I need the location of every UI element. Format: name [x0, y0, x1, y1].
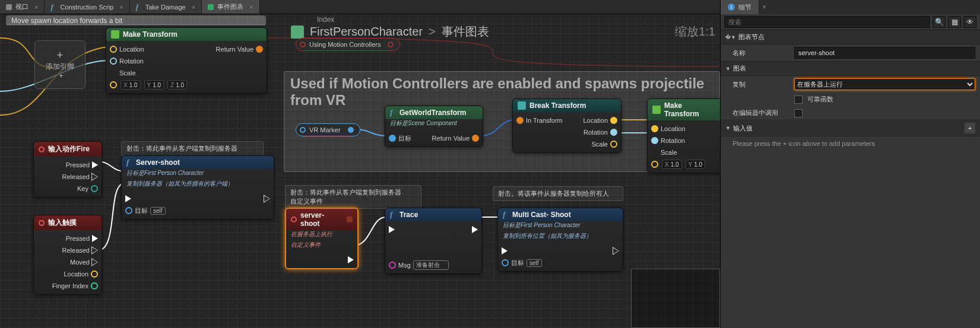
node-header[interactable]: fServer-shoot: [122, 156, 274, 169]
pin-in[interactable]: [300, 127, 306, 133]
node-input-touch[interactable]: 输入触摸 Pressed Released Moved Location Fin…: [33, 215, 102, 295]
pin-intransform[interactable]: [516, 117, 524, 124]
pin-msg[interactable]: [389, 262, 396, 269]
details-tab[interactable]: i 细节: [721, 0, 759, 14]
graph-canvas[interactable]: Index FirstPersonCharacter > 事件图表 缩放1:1 …: [0, 14, 720, 328]
node-server-shoot-call[interactable]: fServer-shoot 目标是First Person Character …: [121, 155, 274, 219]
replication-select[interactable]: 在服务器上运行: [794, 78, 975, 90]
pin-scale[interactable]: [651, 161, 658, 168]
pin-finger-index[interactable]: [91, 282, 98, 289]
node-make-transform[interactable]: Make Transform Location Return Value Rot…: [106, 27, 267, 94]
pin-moved[interactable]: [92, 259, 98, 266]
pin-out[interactable]: [348, 127, 354, 133]
scale-x-input[interactable]: X1.0: [120, 80, 141, 90]
scale-y-input[interactable]: Y1.0: [686, 160, 706, 169]
node-server-shoot-event[interactable]: server-shoot 在服务器上执行 自定义事件: [285, 208, 359, 269]
pin-out[interactable]: [388, 42, 394, 47]
grid-view-button[interactable]: ▦: [948, 16, 961, 28]
pin-pressed[interactable]: [92, 235, 98, 242]
pin-exec-out[interactable]: [264, 195, 270, 202]
tab-viewport[interactable]: 视口×: [0, 0, 45, 14]
node-multicast-shoot[interactable]: fMulti Cast- Shoot 目标是First Person Chara…: [497, 208, 623, 272]
variable-using-motion-controllers[interactable]: Using Motion Controllers: [296, 38, 400, 51]
minimap[interactable]: [631, 269, 720, 328]
tab-eventgraph[interactable]: 事件图表×: [202, 0, 259, 14]
pin-rotation-out[interactable]: [610, 129, 617, 136]
comment-box[interactable]: Move spawn location forwards a bit: [6, 15, 266, 25]
close-icon[interactable]: ×: [34, 4, 38, 11]
category-graph-node[interactable]: �▼图表节点: [721, 30, 980, 44]
close-icon[interactable]: ×: [192, 4, 195, 11]
msg-input[interactable]: 准备射击: [413, 260, 449, 270]
node-get-world-transform[interactable]: fGetWorldTransform 目标是Scene Component 目标…: [385, 106, 483, 147]
pin-label: Rotation: [119, 58, 144, 65]
pin-rotation[interactable]: [651, 137, 658, 144]
search-button[interactable]: 🔍: [933, 16, 946, 28]
variable-label: Using Motion Controllers: [309, 41, 380, 48]
category-inputs[interactable]: ▼ 输入值 +: [721, 120, 980, 136]
pin-location-out[interactable]: [610, 117, 617, 124]
variable-vr-marker[interactable]: VR Marker: [296, 123, 360, 136]
visibility-button[interactable]: 👁: [963, 16, 976, 28]
node-header[interactable]: 输入动作Fire: [34, 142, 102, 157]
node-header[interactable]: fTrace: [385, 208, 481, 221]
name-input[interactable]: [794, 47, 975, 59]
pin-location[interactable]: [651, 125, 658, 132]
close-icon[interactable]: ×: [249, 4, 253, 11]
call-in-editor-checkbox[interactable]: [794, 109, 803, 117]
pin-exec-in[interactable]: [502, 247, 508, 254]
pin-return[interactable]: [256, 46, 263, 53]
node-header[interactable]: Make Transform: [648, 99, 720, 120]
scale-x-input[interactable]: X1.0: [662, 160, 682, 169]
node-break-transform[interactable]: Break Transform In Transform Location Ro…: [512, 98, 621, 153]
tooltip: 射击：将此事件从客户端复制到服务器 自定义事件: [285, 185, 421, 209]
pin-exec-in[interactable]: [125, 195, 131, 202]
pin-label: Moved: [70, 259, 90, 266]
pin-return[interactable]: [472, 135, 479, 142]
pin-location[interactable]: [110, 46, 117, 53]
pin-exec-out[interactable]: [472, 226, 478, 233]
pin-target[interactable]: [502, 259, 509, 266]
category-label: 图表节点: [738, 33, 765, 42]
close-icon[interactable]: ×: [762, 3, 766, 11]
pin-exec-in[interactable]: [389, 226, 395, 233]
pin-released[interactable]: [92, 173, 98, 180]
pin-target[interactable]: [125, 207, 132, 214]
node-make-transform-2[interactable]: Make Transform Location Rotation Scale X…: [647, 98, 720, 173]
pin-scale-out[interactable]: [610, 141, 617, 148]
pin-scale[interactable]: [110, 81, 117, 88]
close-icon[interactable]: ×: [119, 4, 123, 11]
node-trace[interactable]: fTrace Msg准备射击: [385, 208, 482, 274]
search-input[interactable]: [724, 16, 930, 28]
pin-pressed[interactable]: [92, 161, 98, 168]
pin-label: Return Value: [432, 135, 470, 142]
node-header[interactable]: Break Transform: [513, 99, 621, 112]
node-header[interactable]: fGetWorldTransform: [385, 106, 483, 119]
break-icon: [518, 101, 526, 110]
pin-location[interactable]: [91, 270, 98, 278]
scale-y-input[interactable]: Y1.0: [144, 80, 164, 90]
node-header[interactable]: 输入触摸: [34, 215, 102, 230]
pin-rotation[interactable]: [110, 58, 117, 65]
scale-z-input[interactable]: Z1.0: [167, 80, 187, 90]
reliable-checkbox[interactable]: [794, 95, 803, 104]
pin-exec-out[interactable]: [348, 256, 354, 263]
prop-replication: 复制 在服务器上运行: [721, 76, 980, 93]
breadcrumb-parent[interactable]: FirstPersonCharacter: [310, 25, 423, 39]
pin-label: Scale: [591, 141, 608, 148]
pin-released[interactable]: [92, 247, 98, 254]
pin-exec-out[interactable]: [613, 247, 619, 254]
node-header[interactable]: Make Transform: [106, 28, 267, 41]
comment-title[interactable]: Move spawn location forwards a bit: [7, 16, 265, 26]
node-header[interactable]: server-shoot: [286, 209, 357, 230]
pin-in[interactable]: [300, 42, 306, 47]
pin-key[interactable]: [91, 185, 98, 192]
node-header[interactable]: fMulti Cast- Shoot: [498, 208, 623, 221]
node-input-fire[interactable]: 输入动作Fire Pressed Released Key: [33, 141, 102, 198]
tab-construction[interactable]: fConstruction Scrip×: [45, 0, 129, 14]
tab-takedamage[interactable]: fTake Damage×: [130, 0, 202, 14]
category-graph[interactable]: ▼图表: [721, 61, 980, 76]
pin-target[interactable]: [389, 135, 396, 142]
add-input-button[interactable]: +: [965, 123, 975, 133]
add-pin-node[interactable]: + 添加引脚 +: [34, 40, 85, 89]
